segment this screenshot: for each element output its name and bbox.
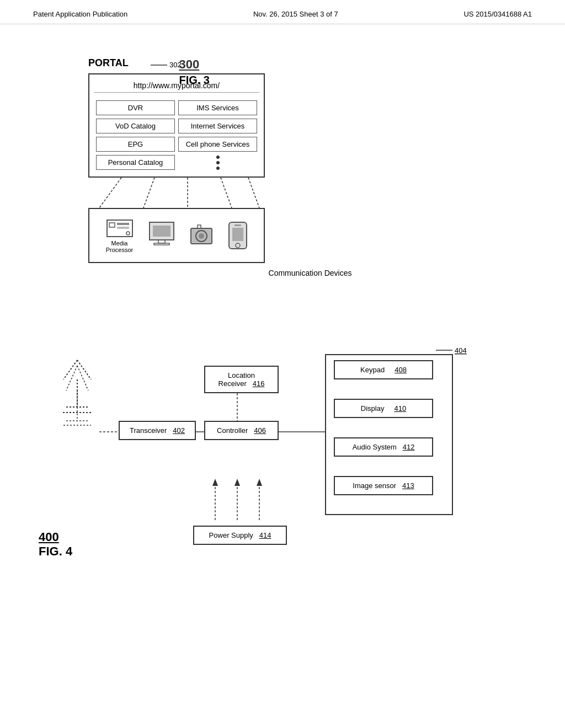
display-ref: 410 (394, 404, 406, 413)
location-receiver-box: LocationReceiver 416 (204, 366, 279, 393)
controller-box: Controller 406 (204, 421, 279, 440)
portal-box: http://www.myportal.com/ DVR IMS Service… (88, 73, 265, 178)
image-label: Image sensor (353, 481, 396, 490)
media-processor-icon: MediaProcessor (106, 218, 134, 253)
portal-item-ims: IMS Services (178, 100, 257, 115)
location-receiver-ref: 416 (253, 379, 265, 388)
svg-line-5 (248, 178, 259, 208)
portal-item-personal: Personal Catalog (96, 155, 175, 170)
header-date-sheet: Nov. 26, 2015 Sheet 3 of 7 (253, 10, 338, 18)
svg-rect-22 (234, 224, 241, 226)
svg-line-1 (99, 178, 121, 208)
display-label: Display (361, 404, 385, 413)
portal-label: PORTAL (88, 57, 129, 69)
svg-line-2 (143, 178, 154, 208)
main-content: PORTAL 302 http://www.myportal.com/ DVR … (0, 24, 565, 586)
group-ref: 404 (455, 346, 467, 355)
keypad-label: Keypad (360, 366, 385, 374)
svg-point-10 (126, 232, 130, 235)
portal-url: http://www.myportal.com/ (94, 79, 259, 93)
fig4-number: 400 (39, 530, 72, 544)
audio-ref: 412 (403, 443, 415, 451)
svg-line-40 (77, 360, 91, 379)
monitor-icon (148, 221, 175, 250)
svg-rect-20 (232, 228, 243, 241)
portal-grid: DVR IMS Services VoD Catalog Internet Se… (94, 98, 259, 172)
svg-rect-7 (109, 223, 115, 227)
location-receiver-label: LocationReceiver (218, 371, 255, 388)
svg-rect-9 (117, 227, 129, 229)
svg-rect-8 (117, 223, 129, 225)
display-box: Display 410 (334, 399, 433, 418)
comm-devices-box: MediaProcessor (88, 208, 265, 263)
controller-label: Controller (217, 426, 248, 435)
page-header: Patent Application Publication Nov. 26, … (0, 0, 565, 24)
image-sensor-box: Image sensor 413 (334, 476, 433, 495)
fig4-name: FIG. 4 (39, 544, 72, 559)
antenna-symbol (55, 357, 99, 426)
media-processor-label: MediaProcessor (106, 240, 134, 253)
portal-item-epg: EPG (96, 137, 175, 152)
portal-item-dvr: DVR (96, 100, 175, 115)
camera-icon (190, 224, 213, 247)
header-patent-number: US 2015/0341688 A1 (463, 10, 532, 18)
power-label: Power Supply (209, 531, 253, 539)
phone-icon (228, 221, 248, 250)
power-supply-box: Power Supply 414 (193, 526, 287, 545)
transceiver-ref: 402 (173, 426, 185, 435)
power-ref: 414 (259, 531, 271, 539)
fig3-label: 300 FIG. 3 (179, 57, 210, 87)
fig3-name: FIG. 3 (179, 74, 210, 87)
audio-label: Audio System (353, 443, 397, 451)
header-publication: Patent Application Publication (33, 10, 127, 18)
portal-item-internet: Internet Services (178, 119, 257, 133)
keypad-box: Keypad 408 (334, 360, 433, 379)
svg-rect-12 (153, 226, 170, 237)
svg-point-17 (199, 233, 204, 239)
svg-rect-14 (154, 243, 169, 245)
keypad-ref: 408 (395, 366, 407, 374)
svg-line-4 (221, 178, 232, 208)
fig4-label-block: 400 FIG. 4 (39, 530, 72, 559)
svg-marker-33 (212, 479, 218, 486)
portal-ref: 302 (145, 60, 173, 72)
svg-marker-35 (234, 479, 240, 486)
svg-marker-37 (257, 479, 262, 486)
transceiver-label: Transceiver (130, 426, 167, 435)
transceiver-box: Transceiver 402 (119, 421, 196, 440)
svg-line-39 (63, 360, 77, 379)
fig3-number: 300 (179, 57, 210, 72)
image-ref: 413 (402, 481, 414, 490)
communication-devices-label: Communication Devices (88, 269, 532, 277)
portal-item-vod: VoD Catalog (96, 119, 175, 133)
portal-item-cellphone: Cell phone Services (178, 137, 257, 152)
controller-ref: 406 (254, 426, 266, 435)
audio-system-box: Audio System 412 (334, 437, 433, 457)
group-ref-label: 404 (436, 345, 463, 357)
fig4-section: Transceiver 402 LocationReceiver 416 Con… (33, 311, 532, 564)
fig3-section: PORTAL 302 http://www.myportal.com/ DVR … (33, 57, 532, 277)
